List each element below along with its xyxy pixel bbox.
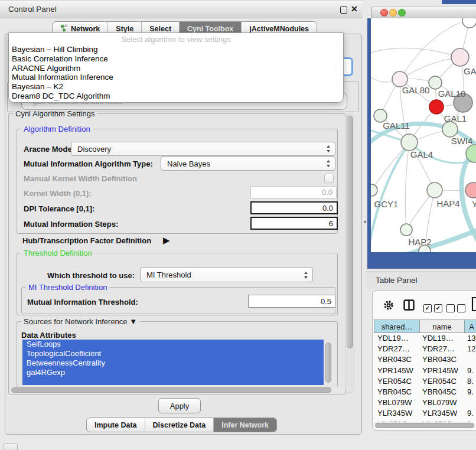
table-cell[interactable]: YDL19… xyxy=(377,334,409,343)
kernel-width-field[interactable]: 0.0 xyxy=(250,186,337,198)
algorithm-option[interactable]: Bayesian – K2 xyxy=(12,82,337,92)
table-cell[interactable]: YBL079W xyxy=(377,398,412,407)
algorithm-option[interactable]: ARACNE Algorithm xyxy=(12,64,337,73)
network-window-titlebar[interactable] xyxy=(371,6,476,19)
aracne-mode-combo[interactable]: Discovery xyxy=(71,142,335,156)
minimize-window-icon[interactable] xyxy=(389,9,397,17)
app-root: Control Panel ✕ NetworkStyleSelectCyni T… xyxy=(0,0,476,450)
split-pane-handle-icon[interactable]: ◂ xyxy=(363,219,366,224)
table-cell[interactable]: YER054C xyxy=(422,377,457,386)
table-cell[interactable]: YBR043C xyxy=(377,355,412,364)
attribute-item[interactable]: SelfLoops xyxy=(22,340,324,349)
table-hscrollbar-track[interactable] xyxy=(374,422,475,428)
float-panel-icon[interactable] xyxy=(340,6,347,14)
tab-impute-data[interactable]: Impute Data xyxy=(87,418,145,432)
settings-scrollbar-track[interactable] xyxy=(345,114,354,393)
table-row[interactable]: YER054CYER054C8. xyxy=(373,376,476,387)
algorithm-option[interactable]: Mutual Information Inference xyxy=(12,73,337,82)
table-cell[interactable]: 13 xyxy=(467,334,475,343)
network-node-label: GCY1 xyxy=(374,199,399,209)
collapse-arrow-icon[interactable]: ▼ xyxy=(129,317,137,326)
table-hscrollbar-thumb[interactable] xyxy=(375,423,474,428)
expand-arrow-icon[interactable]: ▶ xyxy=(163,235,170,246)
attribute-item[interactable]: BetweennessCentrality xyxy=(22,358,324,368)
mi-threshold-label: Mutual Information Threshold: xyxy=(27,298,138,306)
network-node-label: GAL xyxy=(464,66,476,76)
settings-hscrollbar-track[interactable] xyxy=(10,387,342,393)
dpi-tolerance-field[interactable]: 0.0 xyxy=(250,201,338,214)
table-cell[interactable]: YDR27… xyxy=(422,344,455,353)
network-node-gal1[interactable] xyxy=(429,100,444,114)
network-node-hap4[interactable] xyxy=(427,182,442,198)
network-node-label: Y xyxy=(472,199,476,209)
table-row[interactable]: YDL19…YDL19…13 xyxy=(373,333,476,344)
attributes-scrollbar-thumb[interactable] xyxy=(325,343,331,383)
table-row[interactable]: YPR145WYPR145W9. xyxy=(373,366,476,376)
apply-button[interactable]: Apply xyxy=(158,398,201,413)
table-cell[interactable]: YBR045C xyxy=(377,387,412,396)
table-cell[interactable]: 12 xyxy=(467,344,475,353)
tab-discretize-data[interactable]: Discretize Data xyxy=(145,418,214,432)
settings-scrollbar-thumb[interactable] xyxy=(347,116,353,348)
attribute-item[interactable]: gal4RGexp xyxy=(22,368,324,377)
table-cell[interactable]: YLR345W xyxy=(377,409,412,418)
settings-hscrollbar-thumb[interactable] xyxy=(11,387,331,393)
which-threshold-combo[interactable]: MI Threshold xyxy=(140,268,313,282)
table-row[interactable]: YLR345WYLR345W9. xyxy=(373,408,476,419)
network-edge xyxy=(400,57,460,79)
column-layout-icon[interactable] xyxy=(403,299,415,313)
table-cell[interactable]: YLR345W xyxy=(422,409,457,418)
table-cell[interactable]: 8. xyxy=(467,377,474,386)
network-node-y[interactable] xyxy=(465,182,476,198)
mi-steps-field[interactable]: 6 xyxy=(250,217,338,230)
mi-threshold-legend: MI Threshold Definition xyxy=(26,283,109,292)
data-attributes-list[interactable]: SelfLoopsTopologicalCoefficientBetweenne… xyxy=(22,340,324,385)
table-row[interactable]: YBR045CYBR045C9. xyxy=(373,387,476,397)
algorithm-option[interactable]: Bayesian – Hill Climbing xyxy=(12,45,337,54)
aracne-mode-label: Aracne Mode: xyxy=(24,145,74,154)
table-cell[interactable]: YBR045C xyxy=(422,387,457,396)
tab-infer-network[interactable]: Infer Network xyxy=(214,418,276,432)
table-cell[interactable]: YBR043C xyxy=(422,355,457,364)
table-widget: ✓✓ ✓✓ shared…nameA YDL19…YDL19…13YDR27…Y… xyxy=(372,291,476,431)
attribute-item[interactable]: TopologicalCoefficient xyxy=(22,349,324,358)
algorithm-option[interactable]: Dream8 DC_TDC Algorithm xyxy=(12,92,337,101)
select-all-columns-icon[interactable]: ✓✓ xyxy=(423,302,445,312)
tab-label: Discretize Data xyxy=(153,421,206,429)
table-row[interactable]: YDR27…YDR27…12 xyxy=(373,344,476,354)
zoom-window-icon[interactable] xyxy=(398,9,406,17)
network-view-canvas[interactable]: GALGAL80GAL10GAL1GAL11SWI4GAL4GCY1HAP4YH… xyxy=(371,18,476,252)
network-node-hap2[interactable] xyxy=(400,224,412,236)
table-cell[interactable]: 9. xyxy=(467,366,474,375)
table-row[interactable]: YBL079WYBL079W xyxy=(373,397,476,408)
algorithm-option[interactable]: Basic Correlation Inference xyxy=(12,54,337,64)
column-header[interactable]: A xyxy=(465,319,476,333)
table-cell[interactable]: 9. xyxy=(467,387,474,396)
table-cell[interactable]: YPR145W xyxy=(377,366,413,375)
close-window-icon[interactable] xyxy=(380,9,388,17)
column-header[interactable]: name xyxy=(420,319,465,333)
mi-threshold-field[interactable]: 0.5 xyxy=(248,295,335,308)
column-header[interactable]: shared… xyxy=(374,319,420,333)
mi-type-combo[interactable]: Naive Bayes xyxy=(161,156,335,171)
export-table-icon[interactable] xyxy=(471,296,476,314)
table-cell[interactable]: YDR27… xyxy=(377,344,410,353)
panel-corner-button[interactable] xyxy=(4,444,18,450)
table-cell[interactable]: YER054C xyxy=(377,377,412,386)
table-cell[interactable]: 9. xyxy=(467,409,474,418)
table-cell[interactable]: YBL079W xyxy=(422,398,457,407)
gear-icon[interactable] xyxy=(383,299,395,314)
close-panel-icon[interactable]: ✕ xyxy=(351,4,358,14)
network-node-swi4[interactable] xyxy=(442,122,458,137)
table-cell[interactable]: YDL19… xyxy=(422,334,454,343)
deselect-all-columns-icon[interactable]: ✓✓ xyxy=(446,302,468,312)
network-node[interactable] xyxy=(462,18,476,28)
table-cell[interactable]: YPR145W xyxy=(422,366,458,375)
manual-kernel-checkbox[interactable] xyxy=(324,174,334,183)
network-node-gcy1[interactable] xyxy=(371,184,377,196)
network-node-gal[interactable] xyxy=(451,48,469,66)
network-node-gal4[interactable] xyxy=(401,134,418,151)
algorithm-dropdown[interactable]: Select algorithm to view settings Bayesi… xyxy=(8,32,344,103)
network-node-gal10[interactable] xyxy=(429,76,442,89)
table-row[interactable]: YBR043CYBR043C xyxy=(373,354,476,365)
